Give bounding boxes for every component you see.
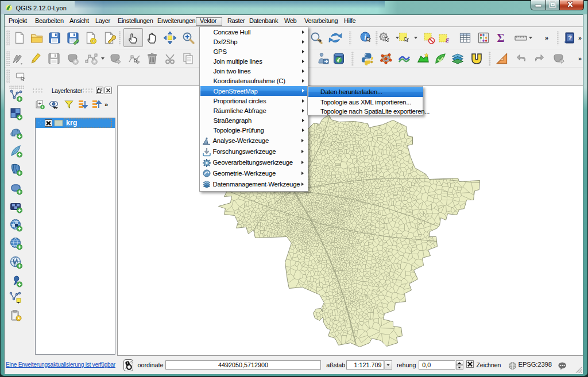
svg-text:?: ? <box>568 34 572 41</box>
svg-text:»: » <box>578 55 582 62</box>
svg-text:Σ: Σ <box>497 32 504 44</box>
svg-text:i: i <box>364 33 366 41</box>
svg-text:ε: ε <box>446 35 450 44</box>
svg-text:»: » <box>578 34 582 41</box>
svg-text:»: » <box>545 34 548 41</box>
